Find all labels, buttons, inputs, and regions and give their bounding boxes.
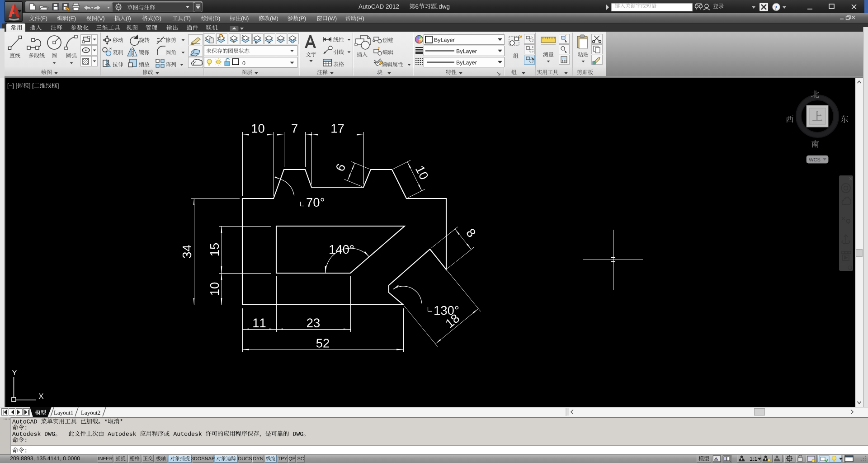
svg-text:?: ? (774, 4, 778, 11)
